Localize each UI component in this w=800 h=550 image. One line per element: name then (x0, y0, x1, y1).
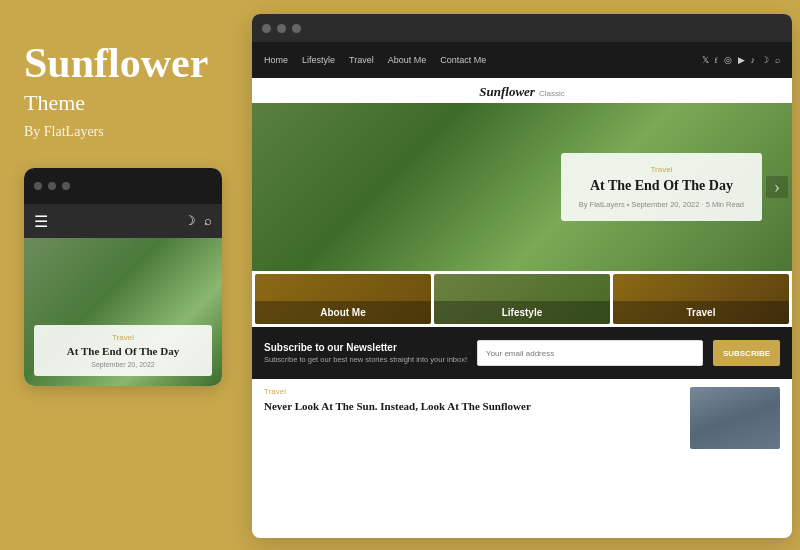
mobile-nav-bar: ☰ ☽ ⌕ (24, 204, 222, 238)
newsletter-email-input[interactable] (477, 340, 703, 366)
hero-card-title: At The End Of The Day (579, 178, 744, 195)
bottom-article-text: Travel Never Look At The Sun. Instead, L… (264, 387, 680, 413)
desktop-dot-2 (277, 24, 286, 33)
bottom-article-section: Travel Never Look At The Sun. Instead, L… (252, 379, 792, 457)
mobile-title-bar (24, 168, 222, 204)
search-icon[interactable]: ⌕ (204, 213, 212, 229)
desktop-mockup: Home Lifestyle Travel About Me Contact M… (252, 14, 792, 538)
mobile-nav-icons: ☽ ⌕ (184, 213, 212, 229)
desktop-nav-links: Home Lifestyle Travel About Me Contact M… (264, 55, 486, 65)
mobile-dot-3 (62, 182, 70, 190)
category-lifestyle-label: Lifestyle (434, 301, 610, 324)
mobile-hero: Travel At The End Of The Day September 2… (24, 238, 222, 386)
mobile-hero-card: Travel At The End Of The Day September 2… (34, 325, 212, 376)
newsletter-text: Subscribe to our Newsletter Subscribe to… (264, 342, 467, 364)
desktop-nav: Home Lifestyle Travel About Me Contact M… (252, 42, 792, 78)
facebook-icon[interactable]: f (715, 55, 718, 65)
tiktok-icon[interactable]: ♪ (751, 55, 756, 65)
moon-icon[interactable]: ☽ (184, 213, 196, 229)
nav-about[interactable]: About Me (388, 55, 427, 65)
twitter-icon[interactable]: 𝕏 (702, 55, 709, 65)
site-subtitle: Theme (24, 90, 224, 116)
hero-card-meta: By FlatLayers • September 20, 2022 · 5 M… (579, 200, 744, 209)
mobile-hero-date: September 20, 2022 (44, 361, 202, 368)
newsletter-subtitle: Subscribe to get our best new stories st… (264, 355, 467, 364)
bottom-img-inner (690, 387, 780, 449)
hero-next-arrow[interactable]: › (766, 176, 788, 198)
desktop-site-name-sub: Classic (539, 89, 565, 98)
desktop-dot-3 (292, 24, 301, 33)
youtube-icon[interactable]: ▶ (738, 55, 745, 65)
newsletter-bar: Subscribe to our Newsletter Subscribe to… (252, 327, 792, 379)
mobile-hero-title: At The End Of The Day (44, 345, 202, 358)
category-travel-label: Travel (613, 301, 789, 324)
hamburger-icon[interactable]: ☰ (34, 212, 48, 231)
hero-card-tag: Travel (579, 165, 744, 174)
bottom-article-title: Never Look At The Sun. Instead, Look At … (264, 399, 680, 413)
nav-home[interactable]: Home (264, 55, 288, 65)
left-panel: Sunflower Theme By FlatLayers ☰ ☽ ⌕ Trav… (0, 0, 248, 550)
instagram-icon[interactable]: ◎ (724, 55, 732, 65)
search-icon[interactable]: ⌕ (775, 55, 780, 65)
newsletter-title: Subscribe to our Newsletter (264, 342, 467, 353)
mobile-mockup: ☰ ☽ ⌕ Travel At The End Of The Day Septe… (24, 168, 222, 386)
bottom-article-tag: Travel (264, 387, 680, 396)
nav-lifestyle[interactable]: Lifestyle (302, 55, 335, 65)
category-lifestyle[interactable]: Lifestyle (434, 274, 610, 324)
category-about-label: About Me (255, 301, 431, 324)
site-by: By FlatLayers (24, 124, 224, 140)
moon-icon[interactable]: ☽ (761, 55, 769, 65)
desktop-hero: Travel At The End Of The Day By FlatLaye… (252, 103, 792, 271)
mobile-dot-1 (34, 182, 42, 190)
desktop-site-name-text: Sunflower (479, 84, 535, 99)
site-title: Sunflower (24, 40, 224, 86)
category-grid: About Me Lifestyle Travel (252, 271, 792, 327)
category-about[interactable]: About Me (255, 274, 431, 324)
mobile-hero-tag: Travel (44, 333, 202, 342)
category-travel[interactable]: Travel (613, 274, 789, 324)
mobile-dot-2 (48, 182, 56, 190)
hero-card: Travel At The End Of The Day By FlatLaye… (561, 153, 762, 221)
desktop-site-name-bar: Sunflower Classic (252, 78, 792, 103)
desktop-dot-1 (262, 24, 271, 33)
nav-contact[interactable]: Contact Me (440, 55, 486, 65)
desktop-nav-right: 𝕏 f ◎ ▶ ♪ ☽ ⌕ (702, 55, 781, 65)
nav-travel[interactable]: Travel (349, 55, 374, 65)
bottom-article-image (690, 387, 780, 449)
desktop-title-bar (252, 14, 792, 42)
newsletter-subscribe-button[interactable]: SUBSCRIBE (713, 340, 780, 366)
